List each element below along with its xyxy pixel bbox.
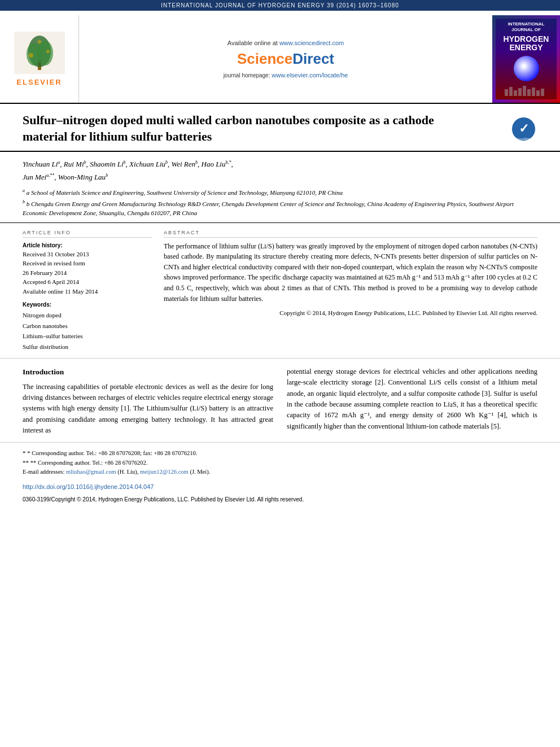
- abstract-text: The performance of lithium sulfur (Li/S)…: [164, 241, 537, 304]
- top-bar: International Journal of Hydrogen Energy…: [0, 0, 560, 11]
- bottom-copyright: 0360-3199/Copyright © 2014, Hydrogen Ene…: [0, 494, 560, 507]
- intro-col1: Introduction The increasing capabilities…: [23, 366, 273, 436]
- elsevier-logo-area: ELSEVIER: [0, 15, 79, 103]
- footnote-emails: E-mail addresses: mliuhao@gmail.com (H. …: [23, 468, 537, 477]
- journal-citation: International Journal of Hydrogen Energy…: [161, 2, 399, 8]
- affiliations: a a School of Materials Science and Engi…: [23, 187, 537, 218]
- email1-link[interactable]: mliuhao@gmail.com: [66, 469, 116, 475]
- svg-rect-11: [518, 88, 522, 96]
- author-weiren: Wei Ren: [172, 160, 195, 168]
- sciencedirect-url[interactable]: www.sciencedirect.com: [279, 40, 344, 46]
- header: ELSEVIER Available online at www.science…: [0, 11, 560, 104]
- svg-rect-10: [514, 90, 517, 96]
- abstract-copyright: Copyright © 2014, Hydrogen Energy Public…: [164, 308, 537, 318]
- journal-cover-circle: [514, 56, 539, 81]
- abstract-header: Abstract: [164, 230, 537, 238]
- article-abstract-section: Article Info Article history: Received 3…: [0, 223, 560, 359]
- svg-text:CrossMark: CrossMark: [515, 137, 532, 141]
- doi-link[interactable]: http://dx.doi.org/10.1016/j.ijhydene.201…: [23, 483, 154, 490]
- elsevier-tree-icon: [14, 32, 65, 74]
- svg-rect-9: [509, 87, 513, 96]
- intro-title: Introduction: [23, 366, 273, 378]
- journal-cover-inner: International Journal of HYDROGEN ENERGY: [496, 19, 557, 99]
- intro-col2: potential energy storage devices for ele…: [287, 366, 537, 436]
- svg-rect-8: [505, 89, 508, 96]
- science-part: Science: [237, 50, 292, 67]
- keyword-3: Lithium–sulfur batteries: [23, 331, 152, 342]
- keywords-label: Keywords:: [23, 302, 152, 308]
- footnote-star1: * * Corresponding author. Tel.: +86 28 6…: [23, 448, 537, 458]
- doi-area: http://dx.doi.org/10.1016/j.ijhydene.201…: [0, 479, 560, 494]
- author-xichuan: Xichuan Liu: [129, 160, 165, 168]
- journal-cover-title: International Journal of: [498, 21, 554, 33]
- article-info: Article Info Article history: Received 3…: [23, 230, 152, 352]
- author-junmei: Jun Mei: [23, 173, 46, 181]
- journal-cover: International Journal of HYDROGEN ENERGY: [492, 15, 560, 103]
- journal-cover-bars: [504, 85, 549, 97]
- revised-date: Received in revised form26 February 2014: [23, 259, 152, 277]
- svg-rect-16: [541, 89, 544, 96]
- author-shaomin: Shaomin Li: [90, 160, 124, 168]
- available-online-text: Available online at www.sciencedirect.co…: [228, 40, 344, 46]
- svg-text:✓: ✓: [518, 121, 528, 136]
- keyword-2: Carbon nanotubes: [23, 321, 152, 331]
- body-area: Introduction The increasing capabilities…: [0, 359, 560, 442]
- title-area: Sulfur–nitrogen doped multi walled carbo…: [0, 104, 560, 152]
- svg-point-4: [37, 41, 53, 65]
- sciencedirect-logo: ScienceDirect: [237, 50, 334, 68]
- authors-line: Yinchuan Lia, Rui Mib, Shaomin Lib, Xich…: [23, 158, 537, 184]
- header-center: Available online at www.sciencedirect.co…: [79, 15, 492, 103]
- paper-title: Sulfur–nitrogen doped multi walled carbo…: [23, 112, 446, 145]
- footnote-star2: ** ** Corresponding author. Tel.: +86 28…: [23, 458, 537, 468]
- svg-point-7: [38, 40, 41, 43]
- svg-point-5: [29, 53, 33, 58]
- journal-homepage-url[interactable]: www.elsevier.com/locate/he: [272, 72, 348, 78]
- author-haoliu: Hao Liu: [202, 160, 226, 168]
- journal-homepage: journal homepage: www.elsevier.com/locat…: [224, 72, 348, 78]
- elsevier-wordmark: ELSEVIER: [16, 78, 62, 86]
- affil-b: b b Chengdu Green Energy and Green Manuf…: [23, 199, 537, 218]
- email2-link[interactable]: meijun12@126.com: [140, 469, 189, 475]
- svg-rect-12: [523, 86, 526, 96]
- svg-point-6: [46, 50, 50, 53]
- abstract-section: Abstract The performance of lithium sulf…: [164, 230, 537, 352]
- crossmark[interactable]: ✓ CrossMark: [509, 115, 537, 143]
- history-label: Article history:: [23, 242, 152, 248]
- author-yinchuan: Yinchuan Li: [23, 160, 58, 168]
- svg-rect-14: [532, 88, 535, 96]
- available-date: Available online 11 May 2014: [23, 287, 152, 296]
- journal-cover-hydrogen: HYDROGEN ENERGY: [504, 35, 549, 53]
- article-info-header: Article Info: [23, 230, 152, 238]
- keyword-1: Nitrogen doped: [23, 310, 152, 321]
- svg-rect-13: [527, 89, 531, 96]
- received-date: Received 31 October 2013: [23, 250, 152, 259]
- footnotes-area: * * Corresponding author. Tel.: +86 28 6…: [0, 442, 560, 480]
- author-woonming: Woon-Ming Lau: [58, 173, 106, 181]
- direct-part: Direct: [292, 50, 334, 67]
- intro-columns: Introduction The increasing capabilities…: [23, 366, 537, 436]
- accepted-date: Accepted 6 April 2014: [23, 277, 152, 287]
- keyword-4: Sulfur distribution: [23, 342, 152, 352]
- author-ruimi: Rui Mi: [64, 160, 84, 168]
- authors-area: Yinchuan Lia, Rui Mib, Shaomin Lib, Xich…: [0, 152, 560, 223]
- svg-rect-15: [536, 90, 540, 96]
- affil-a: a a School of Materials Science and Engi…: [23, 187, 537, 197]
